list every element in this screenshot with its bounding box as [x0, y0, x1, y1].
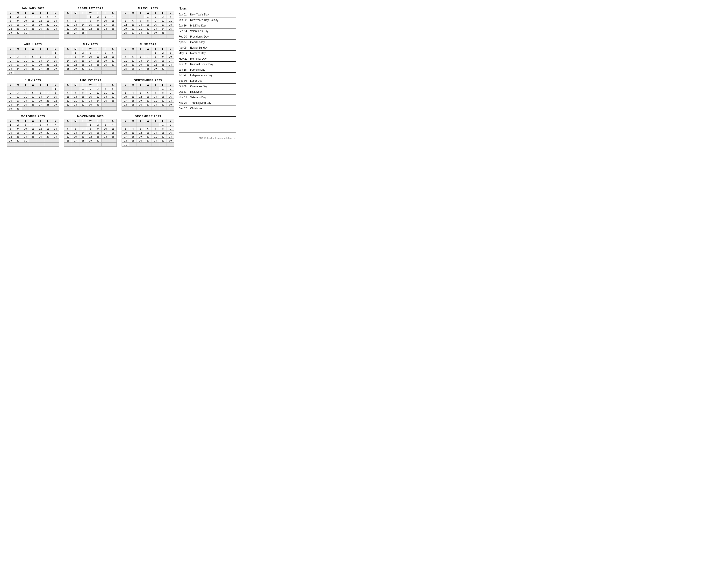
- cal-day: [29, 139, 37, 143]
- cal-day: 7: [152, 127, 159, 131]
- cal-day: 25: [109, 135, 117, 139]
- cal-day: 3: [14, 55, 22, 59]
- cal-day: 16: [94, 23, 102, 27]
- cal-day: [22, 71, 29, 75]
- cal-day: [167, 71, 174, 75]
- cal-day: [79, 15, 87, 19]
- day-header-T: T: [137, 119, 144, 123]
- cal-day: 15: [72, 59, 79, 63]
- cal-day: 23: [14, 27, 22, 31]
- cal-day: 30: [79, 67, 87, 71]
- cal-day: 14: [137, 23, 144, 27]
- cal-day: 16: [7, 99, 14, 103]
- cal-day: 14: [52, 19, 59, 23]
- cal-day: 4: [129, 127, 137, 131]
- cal-day: 2: [7, 91, 14, 95]
- cal-day: [72, 71, 79, 75]
- cal-day: 22: [7, 27, 14, 31]
- cal-day: 17: [14, 99, 22, 103]
- day-header-F: F: [102, 11, 109, 15]
- cal-day: [167, 35, 174, 39]
- cal-day: 19: [129, 63, 137, 67]
- day-header-S: S: [109, 11, 117, 15]
- cal-day: 11: [94, 55, 102, 59]
- cal-day: 21: [64, 63, 72, 67]
- day-header-T: T: [37, 47, 44, 51]
- cal-day: 21: [79, 27, 87, 31]
- cal-day: 22: [87, 135, 94, 139]
- cal-day: [102, 103, 109, 107]
- cal-table-7: SMTWTFS123456789101112131415161718192021…: [64, 83, 117, 111]
- cal-day: [144, 143, 152, 147]
- cal-day: [102, 31, 109, 35]
- cal-day: 3: [87, 51, 94, 55]
- cal-day: [44, 87, 52, 91]
- cal-day: [152, 35, 159, 39]
- cal-day: [122, 51, 129, 55]
- cal-day: 15: [152, 59, 159, 63]
- cal-day: [152, 107, 159, 111]
- cal-day: 12: [29, 59, 37, 63]
- day-header-S: S: [167, 119, 174, 123]
- cal-day: [79, 107, 87, 111]
- cal-day: [144, 123, 152, 127]
- cal-day: 27: [64, 103, 72, 107]
- month-block-11: DECEMBER 2023SMTWTFS12345678910111213141…: [122, 115, 174, 147]
- main-layout: JANUARY 2023SMTWTFS123456789101112131415…: [7, 7, 236, 147]
- cal-day: 21: [144, 63, 152, 67]
- cal-day: 22: [7, 135, 14, 139]
- holiday-name-1: New Year's Day Holiday: [190, 19, 218, 22]
- cal-day: 31: [94, 103, 102, 107]
- cal-day: 20: [109, 59, 117, 63]
- cal-day: 17: [22, 23, 29, 27]
- holiday-date-11: Jul 04: [179, 74, 188, 77]
- cal-day: 18: [129, 135, 137, 139]
- calendars-section: JANUARY 2023SMTWTFS123456789101112131415…: [7, 7, 174, 147]
- month-block-3: APRIL 2023SMTWTFS12345678910111213141516…: [7, 43, 59, 75]
- cal-day: 8: [7, 19, 14, 23]
- cal-day: 7: [64, 55, 72, 59]
- cal-day: [137, 123, 144, 127]
- cal-day: 31: [14, 107, 22, 111]
- cal-day: 12: [102, 55, 109, 59]
- day-header-S: S: [64, 119, 72, 123]
- cal-day: [152, 87, 159, 91]
- holiday-name-11: Independence Day: [190, 74, 212, 77]
- cal-day: 3: [122, 127, 129, 131]
- cal-day: 22: [52, 99, 59, 103]
- month-block-7: AUGUST 2023SMTWTFS1234567891011121314151…: [64, 79, 117, 111]
- cal-day: 25: [29, 27, 37, 31]
- cal-day: 5: [64, 19, 72, 23]
- cal-day: [37, 143, 44, 147]
- day-header-S: S: [52, 47, 59, 51]
- cal-day: 10: [22, 127, 29, 131]
- cal-day: [7, 143, 14, 147]
- holiday-item-12: Sep 04Labor Day: [179, 78, 236, 84]
- holiday-item-7: May 14Mother's Day: [179, 51, 236, 56]
- cal-day: 16: [94, 131, 102, 135]
- cal-day: 4: [22, 55, 29, 59]
- cal-day: 3: [159, 15, 167, 19]
- cal-day: [137, 87, 144, 91]
- cal-day: 2: [87, 87, 94, 91]
- month-block-2: MARCH 2023SMTWTFS12345678910111213141516…: [122, 7, 174, 39]
- cal-day: 14: [52, 127, 59, 131]
- holiday-item-8: May 29Memorial Day: [179, 56, 236, 62]
- cal-day: 12: [137, 95, 144, 99]
- cal-day: [137, 143, 144, 147]
- day-header-S: S: [167, 47, 174, 51]
- cal-day: 23: [159, 63, 167, 67]
- cal-day: 24: [22, 135, 29, 139]
- cal-day: 3: [14, 91, 22, 95]
- cal-day: 26: [64, 31, 72, 35]
- holiday-name-7: Mother's Day: [190, 52, 206, 55]
- cal-day: 24: [122, 103, 129, 107]
- cal-day: [167, 107, 174, 111]
- cal-day: 8: [72, 55, 79, 59]
- cal-day: [122, 107, 129, 111]
- cal-day: 21: [152, 99, 159, 103]
- cal-day: [152, 123, 159, 127]
- holiday-name-17: Christmas: [190, 107, 202, 110]
- day-header-M: M: [14, 47, 22, 51]
- cal-day: 4: [94, 51, 102, 55]
